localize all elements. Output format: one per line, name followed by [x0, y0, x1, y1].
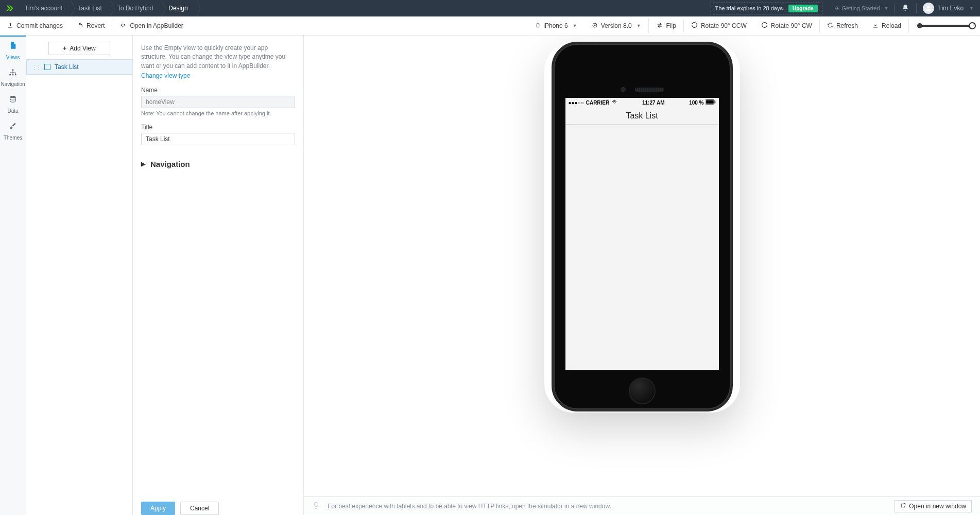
flip-icon	[656, 22, 663, 30]
getting-started-menu[interactable]: ✈ Getting Started ▼	[830, 0, 894, 16]
reload-label: Reload	[882, 22, 901, 29]
plus-icon: +	[63, 45, 66, 52]
phone-volume-up	[552, 141, 553, 164]
view-description: Use the Empty view to quickly create you…	[141, 44, 295, 71]
zoom-slider[interactable]	[918, 25, 975, 27]
undo-icon	[77, 22, 83, 30]
status-bar: ●●●○○ CARRIER 11:27 AM 100 %	[565, 98, 719, 107]
open-new-window-label: Open in new window	[909, 503, 966, 510]
svg-rect-7	[15, 74, 16, 76]
svg-rect-4	[12, 69, 14, 71]
trial-banner: The trial expires in 28 days. Upgrade	[711, 3, 822, 14]
chevron-down-icon: ▼	[637, 23, 641, 28]
signal-icon: ●●●○○	[569, 100, 584, 106]
svg-rect-5	[9, 74, 11, 76]
device-label: iPhone 6	[543, 22, 568, 29]
commit-button[interactable]: Commit changes	[0, 16, 70, 36]
apply-button[interactable]: Apply	[141, 502, 175, 515]
code-icon	[119, 22, 127, 30]
phone-screen[interactable]: ●●●○○ CARRIER 11:27 AM 100 %	[565, 97, 719, 370]
phone-power-button	[732, 130, 733, 158]
rotate-ccw-icon	[691, 22, 698, 30]
external-link-icon	[900, 503, 906, 510]
rail-data-label: Data	[7, 108, 18, 114]
rail-views[interactable]: Views	[0, 36, 26, 63]
rail-navigation-label: Navigation	[1, 81, 25, 87]
breadcrumb-app[interactable]: To Do Hybrid	[110, 0, 161, 16]
phone-speaker-icon	[635, 88, 664, 92]
rotate-cw-button[interactable]: Rotate 90° CW	[754, 16, 819, 36]
view-list-item[interactable]: ⋮⋮ Task List	[26, 59, 132, 75]
svg-point-0	[927, 6, 930, 8]
app-title-label: Task List	[626, 111, 658, 121]
breadcrumb-project[interactable]: Task List	[71, 0, 110, 16]
cancel-button[interactable]: Cancel	[180, 502, 219, 515]
lightbulb-icon	[312, 501, 320, 511]
add-view-button[interactable]: + Add View	[48, 42, 110, 55]
user-menu[interactable]: Tim Evko ▼	[917, 3, 980, 14]
reload-button[interactable]: Reload	[865, 16, 908, 36]
device-selector[interactable]: iPhone 6 ▼	[528, 16, 584, 36]
phone-frame: ●●●○○ CARRIER 11:27 AM 100 %	[552, 42, 733, 411]
svg-point-8	[10, 96, 16, 98]
version-selector[interactable]: Version 8.0 ▼	[584, 16, 648, 36]
battery-icon	[706, 99, 716, 106]
footer-tip-text: For best experience with tablets and to …	[328, 503, 611, 510]
paper-plane-icon: ✈	[835, 5, 839, 12]
name-note: Note: You cannot change the name after a…	[141, 110, 295, 116]
phone-mute-switch	[552, 115, 553, 130]
left-rail: Views Navigation Data Themes	[0, 36, 26, 515]
phone-volume-down	[552, 170, 553, 194]
refresh-icon	[827, 22, 833, 30]
open-appbuilder-button[interactable]: Open in AppBuilder	[112, 16, 190, 36]
drag-handle-icon[interactable]: ⋮⋮	[32, 64, 40, 70]
chevron-down-icon: ▼	[884, 6, 889, 11]
refresh-label: Refresh	[836, 22, 858, 29]
top-header: Tim's account Task List To Do Hybrid Des…	[0, 0, 980, 16]
chevron-down-icon: ▼	[969, 6, 974, 11]
notifications-icon[interactable]	[895, 4, 916, 13]
clock-label: 11:27 AM	[617, 100, 689, 106]
commit-label: Commit changes	[16, 22, 63, 29]
properties-panel: Use the Empty view to quickly create you…	[133, 36, 304, 515]
rail-navigation[interactable]: Navigation	[0, 63, 26, 90]
refresh-button[interactable]: Refresh	[820, 16, 865, 36]
rotate-ccw-button[interactable]: Rotate 90° CCW	[684, 16, 754, 36]
preview-footer: For best experience with tablets and to …	[304, 496, 980, 515]
empty-view-icon	[44, 64, 50, 70]
breadcrumb-account[interactable]: Tim's account	[18, 0, 71, 16]
carrier-label: CARRIER	[586, 100, 610, 106]
svg-rect-11	[714, 101, 715, 104]
revert-button[interactable]: Revert	[70, 16, 112, 36]
download-icon	[872, 22, 879, 30]
navigation-section-header[interactable]: ▶ Navigation	[141, 160, 295, 168]
upgrade-button[interactable]: Upgrade	[788, 5, 818, 12]
trial-text: The trial expires in 28 days.	[715, 5, 785, 11]
add-view-label: Add View	[70, 45, 95, 52]
target-icon	[592, 22, 598, 30]
open-new-window-button[interactable]: Open in new window	[895, 500, 972, 512]
chevron-down-icon: ▼	[573, 23, 577, 28]
divider	[908, 19, 909, 32]
view-item-label: Task List	[55, 63, 79, 71]
getting-started-label: Getting Started	[842, 5, 880, 11]
title-input[interactable]	[141, 133, 295, 145]
views-panel: + Add View ⋮⋮ Task List	[26, 36, 133, 515]
change-view-type-link[interactable]: Change view type	[141, 72, 295, 79]
wifi-icon	[611, 99, 617, 106]
zoom-handle[interactable]	[969, 22, 976, 29]
rail-views-label: Views	[6, 55, 20, 60]
flip-button[interactable]: Flip	[649, 16, 683, 36]
file-icon	[9, 41, 17, 53]
svg-rect-1	[537, 23, 540, 27]
brush-icon	[9, 122, 16, 133]
rail-themes[interactable]: Themes	[0, 117, 26, 144]
version-label: Version 8.0	[601, 22, 632, 29]
phone-home-button	[629, 377, 656, 404]
app-title-bar: Task List	[565, 107, 719, 125]
avatar-icon	[923, 3, 934, 14]
upload-icon	[7, 22, 13, 30]
action-toolbar: Commit changes Revert Open in AppBuilder…	[0, 16, 980, 36]
rail-data[interactable]: Data	[0, 90, 26, 117]
sitemap-icon	[8, 68, 18, 79]
